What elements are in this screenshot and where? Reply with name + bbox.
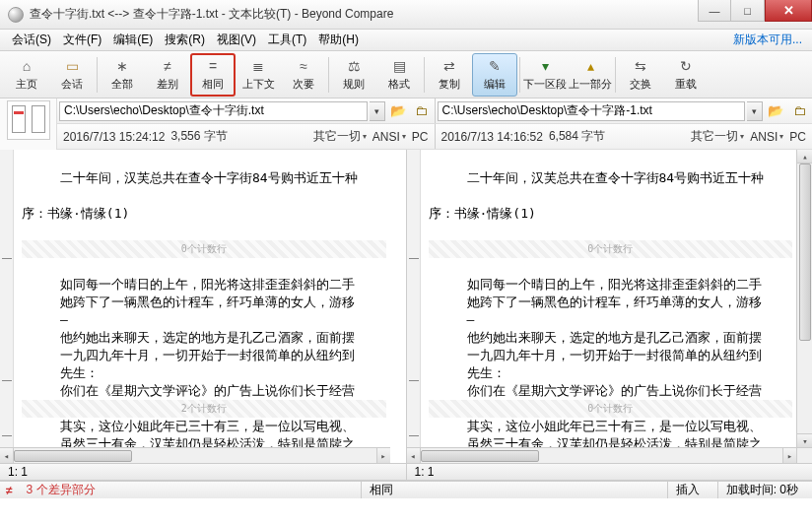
approx-icon: ≈ (294, 57, 313, 75)
left-path-dropdown[interactable]: ▾ (370, 101, 385, 121)
text-line: 先生： (429, 364, 793, 382)
minor-button[interactable]: ≈次要 (281, 53, 326, 97)
right-vscrollbar[interactable]: ▴▾ (796, 150, 812, 447)
thumbnail-column (0, 98, 57, 150)
status-insert: 插入 (667, 482, 708, 498)
left-open-icon[interactable]: 📂 (387, 101, 409, 121)
text-line: 其实，这位小姐此年已三十有三，是一位以写电视、 (429, 418, 793, 435)
status-loadtime: 加载时间: 0秒 (717, 482, 806, 498)
text-line: 他约她出来聊天，选定的地方是孔乙己酒家，面前摆 (22, 329, 386, 347)
home-icon: ⌂ (17, 57, 36, 75)
left-hscrollbar[interactable]: ◂▸ (0, 447, 390, 463)
left-lineend-dropdown[interactable]: PC (412, 130, 429, 144)
text-line: 她跨下了一辆黑色的计程车，纤巧单薄的女人，游移 (429, 294, 793, 311)
text-line: 你们在《星期六文学评论》的广告上说你们长于经营 (429, 382, 793, 400)
text-line: 一九四九年十月，一切开始于一封很简单的从纽约到 (22, 347, 386, 364)
left-path-input[interactable]: C:\Users\echo\Desktop\查令十字街.txt (59, 101, 368, 121)
statusbar: ≠ 3 个差异部分 相同 插入 加载时间: 0秒 (0, 481, 812, 498)
right-encoding-dropdown[interactable]: ANSI▾ (750, 130, 783, 144)
text-line: 先生： (22, 364, 386, 382)
menubar: 会话(S) 文件(F) 编辑(E) 搜索(R) 视图(V) 工具(T) 帮助(H… (0, 30, 812, 51)
titlebar: 查令十字街.txt <--> 查令十字路-1.txt - 文本比较(T) - B… (0, 0, 812, 30)
text-line: 他约她出来聊天，选定的地方是孔乙己酒家，面前摆 (429, 329, 793, 347)
text-line: 序：书缘·情缘(1) (429, 205, 793, 223)
equal-icon: = (203, 57, 223, 75)
left-cursor-pos: 1: 1 (0, 464, 407, 480)
text-line: 虽然三十有余，汉芙却仍是轻松活泼，特别是简牍之 (22, 435, 386, 447)
left-filesize: 3,556 字节 (170, 128, 227, 145)
home-button[interactable]: ⌂主页 (4, 53, 49, 97)
hatched-gap: 2个计数行 (22, 400, 386, 418)
new-version-link[interactable]: 新版本可用... (733, 32, 806, 48)
left-timestamp: 2016/7/13 15:24:12 (63, 130, 165, 144)
text-line: — (429, 311, 793, 329)
text-line: 你们在《星期六文学评论》的广告上说你们长于经营 (22, 382, 386, 400)
copy-button[interactable]: ⇄复制 (427, 53, 472, 97)
notequal-icon: ≠ (6, 484, 13, 497)
right-cursor-pos: 1: 1 (407, 464, 813, 480)
format-icon: ▤ (389, 57, 409, 75)
toolbar: ⌂主页 ▭会话 ∗全部 ≠差别 =相同 ≣上下文 ≈次要 ⚖规则 ▤格式 ⇄复制… (0, 51, 812, 98)
menu-file[interactable]: 文件(F) (57, 30, 107, 50)
status-mode: 相同 (361, 482, 401, 498)
menu-view[interactable]: 视图(V) (211, 30, 262, 50)
right-path-dropdown[interactable]: ▾ (747, 101, 763, 121)
sessions-button[interactable]: ▭会话 (49, 53, 95, 97)
rules-button[interactable]: ⚖规则 (331, 53, 376, 97)
hatched-gap: 0个计数行 (22, 240, 386, 258)
swap-button[interactable]: ⇆交换 (618, 53, 663, 97)
right-hscrollbar[interactable]: ◂▸ (407, 447, 797, 463)
close-button[interactable]: ✕ (765, 0, 812, 22)
swap-icon: ⇆ (631, 57, 650, 75)
right-filesize: 6,584 字节 (549, 128, 605, 145)
format-button[interactable]: ▤格式 (376, 53, 422, 97)
menu-session[interactable]: 会话(S) (6, 30, 57, 50)
overview-thumbnail[interactable] (7, 100, 50, 140)
referee-icon: ⚖ (344, 57, 364, 75)
asterisk-icon: ∗ (112, 57, 132, 75)
text-line: 二十年间，汉芙总共在查令十字街84号购书近五十种 (22, 169, 386, 187)
menu-edit[interactable]: 编辑(E) (107, 30, 159, 50)
same-button[interactable]: =相同 (190, 53, 236, 97)
next-section-button[interactable]: ▾下一区段 (522, 53, 568, 97)
menu-tools[interactable]: 工具(T) (262, 30, 312, 50)
edit-button[interactable]: ✎编辑 (472, 53, 517, 97)
app-icon (8, 7, 24, 23)
context-button[interactable]: ≣上下文 (236, 53, 281, 97)
up-arrow-icon: ▴ (580, 57, 600, 75)
left-filter-dropdown[interactable]: 其它一切▾ (313, 128, 367, 145)
text-line: 虽然三十有余，汉芙却仍是轻松活泼，特别是简牍之 (429, 435, 793, 447)
right-timestamp: 2016/7/13 14:16:52 (441, 130, 543, 144)
right-path-input[interactable]: C:\Users\echo\Desktop\查令十字路-1.txt (438, 101, 746, 121)
down-arrow-icon: ▾ (535, 57, 555, 75)
right-open-icon[interactable]: 📂 (765, 101, 786, 121)
hatched-gap: 0个计数行 (429, 400, 793, 418)
prev-section-button[interactable]: ▴上一部分 (568, 53, 613, 97)
window-title: 查令十字街.txt <--> 查令十字路-1.txt - 文本比较(T) - B… (30, 6, 698, 23)
right-browse-icon[interactable]: 🗀 (788, 101, 810, 121)
all-button[interactable]: ∗全部 (100, 53, 145, 97)
hatched-gap: 0个计数行 (429, 240, 793, 258)
copy-icon: ⇄ (440, 57, 459, 75)
diff-count: 3 个差异部分 (27, 482, 96, 498)
minimize-button[interactable]: — (698, 0, 731, 22)
left-encoding-dropdown[interactable]: ANSI▾ (372, 130, 406, 144)
text-line: 一九四九年十月，一切开始于一封很简单的从纽约到 (429, 347, 793, 364)
menu-search[interactable]: 搜索(R) (159, 30, 211, 50)
diff-button[interactable]: ≠差别 (145, 53, 190, 97)
briefcase-icon: ▭ (62, 57, 82, 75)
right-filter-dropdown[interactable]: 其它一切▾ (691, 128, 744, 145)
reload-button[interactable]: ↻重载 (663, 53, 709, 97)
edit-icon: ✎ (485, 57, 505, 75)
reload-icon: ↻ (676, 57, 696, 75)
text-line: 她跨下了一辆黑色的计程车，纤巧单薄的女人，游移 (22, 294, 386, 311)
notequal-icon: ≠ (158, 57, 177, 75)
left-pane[interactable]: 二十年间，汉芙总共在查令十字街84号购书近五十种 序：书缘·情缘(1) 0个计数… (0, 150, 407, 463)
left-browse-icon[interactable]: 🗀 (411, 101, 433, 121)
context-icon: ≣ (248, 57, 268, 75)
right-pane[interactable]: 二十年间，汉芙总共在查令十字街84号购书近五十种 序：书缘·情缘(1) 0个计数… (407, 150, 813, 463)
menu-help[interactable]: 帮助(H) (312, 30, 365, 50)
maximize-button[interactable]: □ (731, 0, 765, 22)
right-lineend-dropdown[interactable]: PC (789, 130, 806, 144)
text-line: 如同每一个晴日的上午，阳光将这排歪歪斜斜的二手 (429, 276, 793, 294)
